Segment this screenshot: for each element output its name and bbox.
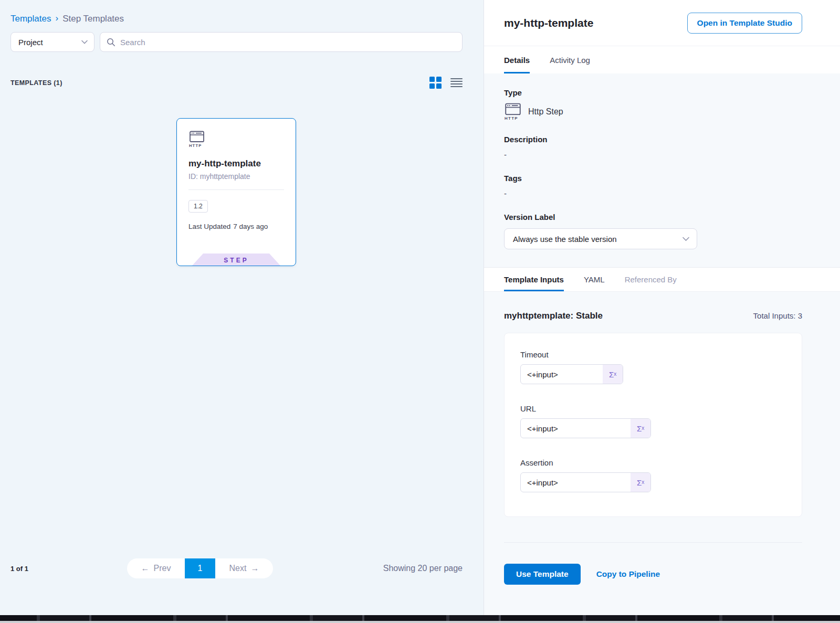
expression-icon[interactable]: Σˣ <box>603 365 623 384</box>
assertion-value: <+input> <box>521 473 631 492</box>
tags-label: Tags <box>504 174 802 183</box>
timeout-label: Timeout <box>520 350 786 359</box>
last-updated: Last Updated 7 days ago <box>188 223 284 230</box>
url-field[interactable]: <+input> Σˣ <box>520 418 651 438</box>
inputs-version-title: myhttptemplate: Stable <box>504 311 603 321</box>
page-count: 1 of 1 <box>10 565 28 573</box>
description-label: Description <box>504 135 802 144</box>
chevron-down-icon <box>81 40 88 44</box>
tab-activity-log[interactable]: Activity Log <box>550 46 590 73</box>
search-box <box>100 32 463 52</box>
prev-arrow-icon: ← <box>141 564 150 573</box>
list-view-icon[interactable] <box>450 78 463 88</box>
step-type-ribbon: STEP <box>192 254 280 266</box>
actions-divider <box>504 542 802 543</box>
templates-count-label: TEMPLATES (1) <box>10 79 62 87</box>
next-arrow-icon: → <box>250 564 259 573</box>
wallpaper-strip <box>0 615 840 621</box>
next-button[interactable]: Next → <box>215 558 273 578</box>
type-value: Http Step <box>528 107 563 117</box>
tags-value: - <box>504 189 802 198</box>
breadcrumb: Templates › Step Templates <box>10 14 463 24</box>
assertion-field[interactable]: <+input> Σˣ <box>520 472 651 492</box>
templates-list-panel: Templates › Step Templates Project <box>0 0 484 615</box>
version-select[interactable]: Always use the stable version <box>504 228 697 249</box>
total-inputs-label: Total Inputs: 3 <box>753 311 802 320</box>
assertion-label: Assertion <box>520 458 786 467</box>
version-badge[interactable]: 1.2 <box>188 200 208 213</box>
search-input[interactable] <box>120 38 456 47</box>
templates-page: Templates › Step Templates Project <box>0 0 840 615</box>
tab-details[interactable]: Details <box>504 46 530 73</box>
details-tabs: Details Activity Log <box>484 46 840 73</box>
pagination: 1 of 1 ← Prev 1 Next → Showing 20 per pa… <box>10 558 463 578</box>
tab-yaml[interactable]: YAML <box>584 268 605 291</box>
search-icon <box>107 38 116 47</box>
breadcrumb-templates-link[interactable]: Templates <box>10 14 51 24</box>
svg-text:HTTP: HTTP <box>505 116 518 121</box>
per-page-label: Showing 20 per page <box>383 564 463 573</box>
chevron-down-icon <box>682 237 689 241</box>
pager: ← Prev 1 Next → <box>127 558 273 578</box>
expression-icon[interactable]: Σˣ <box>631 419 650 438</box>
inputs-tabs: Template Inputs YAML Referenced By <box>484 267 840 292</box>
http-step-icon: HTTP <box>188 130 205 148</box>
copy-to-pipeline-link[interactable]: Copy to Pipeline <box>596 569 660 579</box>
type-label: Type <box>504 88 802 97</box>
svg-text:HTTP: HTTP <box>189 143 202 148</box>
version-label: Version Label <box>504 213 802 221</box>
tab-template-inputs[interactable]: Template Inputs <box>504 268 564 291</box>
template-inputs-card: Timeout <+input> Σˣ URL <+input> Σˣ Asse… <box>504 333 802 517</box>
taskbar-edge <box>0 621 840 623</box>
card-divider <box>188 189 284 190</box>
tab-referenced-by[interactable]: Referenced By <box>625 268 677 291</box>
scope-select-value: Project <box>18 38 43 47</box>
use-template-button[interactable]: Use Template <box>504 564 581 585</box>
template-details-panel: my-http-template Open in Template Studio… <box>484 0 840 615</box>
scope-select[interactable]: Project <box>10 32 94 52</box>
template-card[interactable]: HTTP my-http-template ID: myhttptemplate… <box>176 118 296 266</box>
desktop-edge <box>0 615 840 623</box>
version-select-value: Always use the stable version <box>513 235 617 244</box>
template-card-title: my-http-template <box>188 159 284 169</box>
prev-button[interactable]: ← Prev <box>127 558 185 578</box>
timeout-value: <+input> <box>521 365 603 384</box>
breadcrumb-chevron-icon: › <box>55 13 58 24</box>
timeout-field[interactable]: <+input> Σˣ <box>520 364 623 384</box>
details-title: my-http-template <box>504 17 593 29</box>
grid-view-icon[interactable] <box>429 77 442 89</box>
page-1-button[interactable]: 1 <box>185 558 215 578</box>
description-value: - <box>504 150 802 159</box>
template-card-id: ID: myhttptemplate <box>188 172 284 181</box>
url-label: URL <box>520 404 786 413</box>
open-template-studio-button[interactable]: Open in Template Studio <box>687 13 802 34</box>
url-value: <+input> <box>521 419 631 438</box>
breadcrumb-current: Step Templates <box>62 14 124 24</box>
expression-icon[interactable]: Σˣ <box>631 473 650 492</box>
http-step-icon: HTTP <box>504 102 522 121</box>
